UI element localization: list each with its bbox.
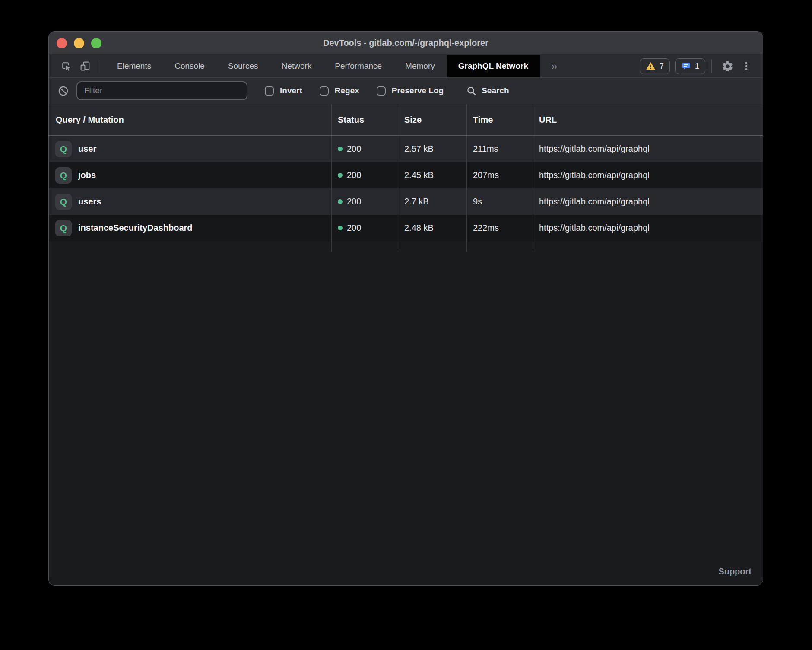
devtools-menu-button[interactable] xyxy=(737,57,756,75)
tab-graphql-network[interactable]: GraphQL Network xyxy=(447,55,540,77)
checkbox-box[interactable] xyxy=(265,86,274,96)
search-button[interactable]: Search xyxy=(466,86,509,96)
more-tabs-button[interactable]: » xyxy=(540,60,568,73)
table-row-jobs[interactable]: Qjobs2002.45 kB207mshttps://gitlab.com/a… xyxy=(49,162,763,188)
query-type-badge: Q xyxy=(55,194,72,210)
panel-body: Support xyxy=(49,252,763,585)
query-name: instanceSecurityDashboard xyxy=(78,223,193,233)
search-icon xyxy=(466,86,477,96)
status-code: 200 xyxy=(347,170,361,180)
tab-sources[interactable]: Sources xyxy=(216,55,270,77)
inspect-cursor-icon xyxy=(60,60,72,72)
status-code: 200 xyxy=(347,144,361,154)
size-cell: 2.7 kB xyxy=(398,188,466,215)
query-type-badge: Q xyxy=(55,167,72,184)
checkbox-preserve-log[interactable]: Preserve Log xyxy=(377,86,444,96)
query-type-badge: Q xyxy=(55,220,72,236)
filter-checkboxes: InvertRegexPreserve Log xyxy=(247,86,444,96)
titlebar: DevTools - gitlab.com/-/graphql-explorer xyxy=(49,32,763,55)
table-body: Quser2002.57 kB211mshttps://gitlab.com/a… xyxy=(49,136,763,241)
table-row-users[interactable]: Qusers2002.7 kB9shttps://gitlab.com/api/… xyxy=(49,188,763,215)
table-row-user[interactable]: Quser2002.57 kB211mshttps://gitlab.com/a… xyxy=(49,136,763,162)
time-cell: 9s xyxy=(466,188,533,215)
url-cell: https://gitlab.com/api/graphql xyxy=(533,162,763,188)
support-link[interactable]: Support xyxy=(718,567,752,577)
window-title: DevTools - gitlab.com/-/graphql-explorer xyxy=(49,38,763,48)
warning-triangle-icon xyxy=(646,61,656,71)
table-row-instancesecuritydashboard[interactable]: QinstanceSecurityDashboard2002.48 kB222m… xyxy=(49,215,763,241)
query-cell: Qusers xyxy=(49,188,331,215)
checkbox-box[interactable] xyxy=(320,86,329,96)
settings-button[interactable] xyxy=(718,57,737,75)
column-divider-extension xyxy=(49,241,763,252)
checkbox-label: Invert xyxy=(280,86,302,96)
column-header-url[interactable]: URL xyxy=(533,104,763,135)
status-ok-dot xyxy=(338,199,343,204)
checkbox-label: Regex xyxy=(335,86,359,96)
traffic-lights xyxy=(49,38,102,48)
query-cell: Quser xyxy=(49,136,331,162)
time-cell: 222ms xyxy=(466,215,533,241)
devtools-tabbar: ElementsConsoleSourcesNetworkPerformance… xyxy=(49,55,763,77)
query-name: jobs xyxy=(78,170,96,180)
status-code: 200 xyxy=(347,197,361,207)
warnings-button[interactable]: 7 xyxy=(640,58,670,74)
checkbox-regex[interactable]: Regex xyxy=(320,86,359,96)
column-header-query-mutation[interactable]: Query / Mutation xyxy=(49,104,331,135)
kebab-menu-icon xyxy=(741,61,752,72)
tab-performance[interactable]: Performance xyxy=(323,55,393,77)
inspect-element-button[interactable] xyxy=(57,58,76,74)
issues-button[interactable]: 1 xyxy=(675,58,705,74)
query-cell: QinstanceSecurityDashboard xyxy=(49,215,331,241)
checkbox-box[interactable] xyxy=(377,86,386,96)
tab-list: ElementsConsoleSourcesNetworkPerformance… xyxy=(105,55,540,77)
size-cell: 2.57 kB xyxy=(398,136,466,162)
zoom-window-button[interactable] xyxy=(91,38,102,48)
issues-bubble-icon xyxy=(681,61,691,71)
filter-input[interactable] xyxy=(76,81,247,100)
close-window-button[interactable] xyxy=(57,38,67,48)
column-header-time[interactable]: Time xyxy=(466,104,533,135)
query-name: user xyxy=(78,144,96,154)
block-icon xyxy=(57,85,69,97)
filter-toolbar: InvertRegexPreserve Log Search xyxy=(49,77,763,104)
time-cell: 207ms xyxy=(466,162,533,188)
time-cell: 211ms xyxy=(466,136,533,162)
devtools-window: DevTools - gitlab.com/-/graphql-explorer… xyxy=(48,31,763,586)
clear-requests-button[interactable] xyxy=(56,83,70,98)
gear-icon xyxy=(721,60,734,73)
size-cell: 2.45 kB xyxy=(398,162,466,188)
search-label: Search xyxy=(482,86,509,96)
status-cell: 200 xyxy=(331,188,398,215)
status-code: 200 xyxy=(347,223,361,233)
url-cell: https://gitlab.com/api/graphql xyxy=(533,215,763,241)
query-name: users xyxy=(78,197,101,207)
url-cell: https://gitlab.com/api/graphql xyxy=(533,188,763,215)
url-cell: https://gitlab.com/api/graphql xyxy=(533,136,763,162)
tabbar-separator xyxy=(100,60,100,73)
checkbox-label: Preserve Log xyxy=(392,86,444,96)
status-ok-dot xyxy=(338,173,343,178)
device-toolbar-button[interactable] xyxy=(76,58,95,74)
query-cell: Qjobs xyxy=(49,162,331,188)
minimize-window-button[interactable] xyxy=(74,38,84,48)
tab-console[interactable]: Console xyxy=(163,55,216,77)
warning-count: 7 xyxy=(660,62,664,71)
issue-count: 1 xyxy=(695,62,699,71)
status-cell: 200 xyxy=(331,162,398,188)
size-cell: 2.48 kB xyxy=(398,215,466,241)
tab-elements[interactable]: Elements xyxy=(105,55,163,77)
column-header-status[interactable]: Status xyxy=(331,104,398,135)
tabbar-separator-right xyxy=(711,60,712,73)
status-cell: 200 xyxy=(331,215,398,241)
table-header: Query / MutationStatusSizeTimeURL xyxy=(49,104,763,136)
column-header-size[interactable]: Size xyxy=(398,104,466,135)
device-toolbar-icon xyxy=(79,60,91,72)
status-ok-dot xyxy=(338,147,343,151)
status-ok-dot xyxy=(338,226,343,230)
checkbox-invert[interactable]: Invert xyxy=(265,86,302,96)
query-type-badge: Q xyxy=(55,141,72,157)
tab-network[interactable]: Network xyxy=(270,55,324,77)
tab-memory[interactable]: Memory xyxy=(393,55,447,77)
status-cell: 200 xyxy=(331,136,398,162)
